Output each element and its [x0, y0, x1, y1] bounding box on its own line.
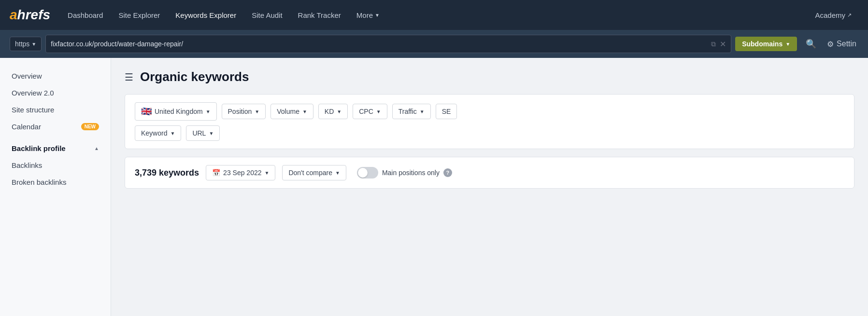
- kd-filter[interactable]: KD ▼: [318, 104, 348, 119]
- page-title: Organic keywords: [140, 69, 249, 84]
- sidebar: Overview Overview 2.0 Site structure Cal…: [0, 58, 111, 316]
- country-chevron: ▼: [206, 109, 211, 114]
- date-chevron: ▼: [265, 170, 270, 176]
- filter-section: 🇬🇧 United Kingdom ▼ Position ▼ Volume ▼ …: [125, 94, 854, 149]
- subdomains-chevron: ▼: [785, 41, 790, 47]
- compare-chevron: ▼: [335, 170, 340, 176]
- nav-item-rank-tracker[interactable]: Rank Tracker: [291, 7, 348, 23]
- logo-a: a: [10, 8, 17, 22]
- compare-button[interactable]: Don't compare ▼: [282, 165, 346, 180]
- nav-item-academy[interactable]: Academy ↗: [808, 7, 858, 23]
- keyword-filter[interactable]: Keyword ▼: [135, 125, 181, 141]
- nav-item-dashboard[interactable]: Dashboard: [61, 7, 110, 23]
- nav-item-site-explorer[interactable]: Site Explorer: [112, 7, 167, 23]
- sidebar-item-broken-backlinks[interactable]: Broken backlinks: [0, 174, 111, 191]
- main-positions-toggle[interactable]: [357, 167, 378, 179]
- filter-row-2: Keyword ▼ URL ▼: [135, 125, 844, 141]
- help-icon[interactable]: ?: [443, 168, 452, 177]
- calendar-icon: 📅: [212, 169, 220, 177]
- top-navigation: a hrefs Dashboard Site Explorer Keywords…: [0, 0, 868, 30]
- external-link-icon: ↗: [847, 12, 852, 18]
- results-count: 3,739 keywords: [135, 168, 199, 178]
- more-dropdown-chevron: ▼: [375, 13, 380, 18]
- settings-button[interactable]: ⚙ Settin: [825, 37, 858, 52]
- hamburger-icon[interactable]: ☰: [125, 71, 133, 83]
- main-layout: Overview Overview 2.0 Site structure Cal…: [0, 58, 868, 316]
- volume-chevron: ▼: [302, 109, 307, 114]
- sidebar-item-calendar[interactable]: Calendar New: [0, 118, 111, 135]
- sidebar-item-backlinks[interactable]: Backlinks: [0, 157, 111, 174]
- main-content: ☰ Organic keywords 🇬🇧 United Kingdom ▼ P…: [111, 58, 868, 316]
- position-filter[interactable]: Position ▼: [222, 104, 266, 119]
- search-button[interactable]: 🔍: [801, 36, 821, 52]
- kd-chevron: ▼: [337, 109, 342, 114]
- url-display[interactable]: fixfactor.co.uk/product/water-damage-rep…: [51, 40, 707, 48]
- filter-row-1: 🇬🇧 United Kingdom ▼ Position ▼ Volume ▼ …: [135, 102, 844, 121]
- cpc-filter[interactable]: CPC ▼: [353, 104, 387, 119]
- new-badge: New: [81, 123, 99, 130]
- nav-item-more[interactable]: More ▼: [350, 7, 386, 23]
- open-external-icon[interactable]: ⧉: [711, 40, 716, 48]
- logo-hrefs: hrefs: [17, 8, 50, 22]
- results-bar: 3,739 keywords 📅 23 Sep 2022 ▼ Don't com…: [125, 157, 854, 189]
- clear-url-icon[interactable]: ✕: [720, 40, 726, 49]
- country-filter[interactable]: 🇬🇧 United Kingdom ▼: [135, 102, 217, 121]
- protocol-chevron: ▼: [31, 41, 36, 47]
- sidebar-item-overview[interactable]: Overview: [0, 68, 111, 84]
- sidebar-item-backlink-profile[interactable]: Backlink profile ▲: [0, 140, 111, 157]
- gear-icon: ⚙: [827, 40, 834, 49]
- nav-item-site-audit[interactable]: Site Audit: [245, 7, 289, 23]
- protocol-selector[interactable]: https ▼: [10, 37, 42, 51]
- sidebar-item-site-structure[interactable]: Site structure: [0, 101, 111, 118]
- url-chevron: ▼: [209, 131, 213, 136]
- keyword-chevron: ▼: [170, 131, 175, 136]
- date-picker-button[interactable]: 📅 23 Sep 2022 ▼: [206, 165, 275, 180]
- traffic-filter[interactable]: Traffic ▼: [392, 104, 431, 119]
- main-positions-toggle-wrap: Main positions only ?: [357, 167, 452, 179]
- uk-flag-icon: 🇬🇧: [141, 106, 152, 117]
- url-input-wrap: fixfactor.co.uk/product/water-damage-rep…: [45, 35, 731, 53]
- backlink-profile-chevron: ▲: [94, 146, 99, 151]
- volume-filter[interactable]: Volume ▼: [270, 104, 313, 119]
- traffic-chevron: ▼: [420, 109, 425, 114]
- url-filter[interactable]: URL ▼: [186, 125, 220, 141]
- url-bar: https ▼ fixfactor.co.uk/product/water-da…: [0, 30, 868, 58]
- subdomains-button[interactable]: Subdomains ▼: [735, 37, 797, 51]
- sidebar-item-overview2[interactable]: Overview 2.0: [0, 84, 111, 101]
- toggle-knob: [358, 168, 368, 178]
- search-icon: 🔍: [806, 39, 816, 49]
- page-header: ☰ Organic keywords: [125, 69, 854, 84]
- cpc-chevron: ▼: [376, 109, 381, 114]
- logo[interactable]: a hrefs: [10, 8, 50, 22]
- position-chevron: ▼: [255, 109, 259, 114]
- serp-filter[interactable]: SE: [436, 104, 457, 119]
- nav-item-keywords-explorer[interactable]: Keywords Explorer: [169, 7, 243, 23]
- main-positions-label: Main positions only: [382, 169, 440, 177]
